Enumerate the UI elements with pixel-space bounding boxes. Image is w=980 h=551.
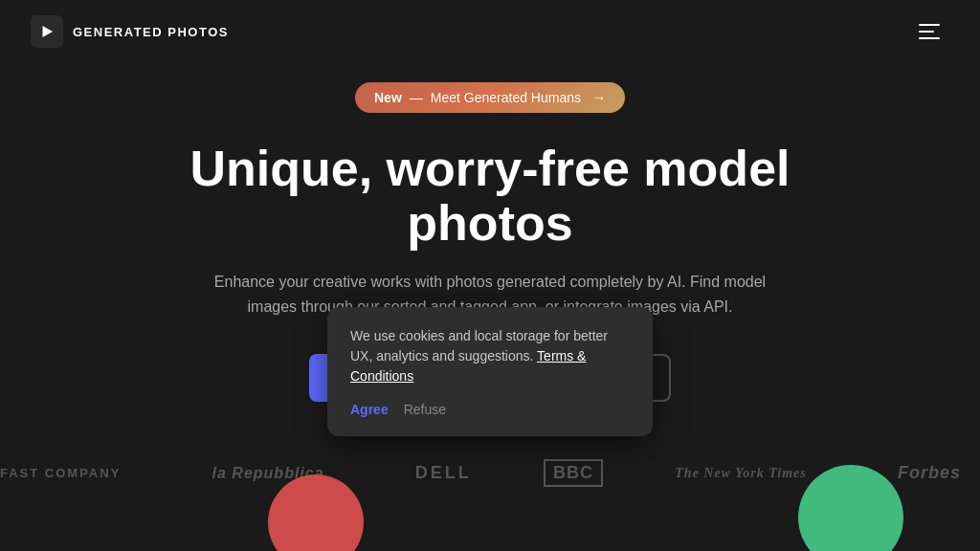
banner-dash: — <box>410 90 423 105</box>
cookie-agree-button[interactable]: Agree <box>350 402 389 417</box>
cookie-text: We use cookies and local storage for bet… <box>350 326 630 386</box>
brand-bbc: BBC <box>544 459 603 487</box>
cookie-refuse-button[interactable]: Refuse <box>404 402 446 417</box>
cookie-actions: Agree Refuse <box>350 402 630 417</box>
logo-wrapper[interactable]: GENERATED PHOTOS <box>31 15 229 48</box>
brand-dell: DELL <box>396 463 491 483</box>
logo-icon <box>31 15 63 48</box>
banner-arrow: → <box>592 90 606 105</box>
cookie-banner: We use cookies and local storage for bet… <box>327 307 653 436</box>
brand-nyt: The New York Times <box>656 466 825 481</box>
brands-row: FAST COMPANY la Repubblica DELL BBC The … <box>0 450 980 497</box>
logo-text: GENERATED PHOTOS <box>73 25 229 39</box>
brand-forbes: Forbes <box>879 463 980 483</box>
svg-marker-0 <box>43 26 54 37</box>
banner-meet-label: Meet Generated Humans <box>431 90 581 105</box>
banner-new-label: New <box>374 90 402 105</box>
brand-fastcompany: FAST COMPANY <box>0 466 140 480</box>
banner-pill[interactable]: New — Meet Generated Humans → <box>355 82 625 113</box>
hamburger-menu[interactable] <box>919 16 949 47</box>
hero-title: Unique, worry-free model photos <box>107 142 873 251</box>
brand-larepubblica: la Repubblica <box>193 465 344 482</box>
